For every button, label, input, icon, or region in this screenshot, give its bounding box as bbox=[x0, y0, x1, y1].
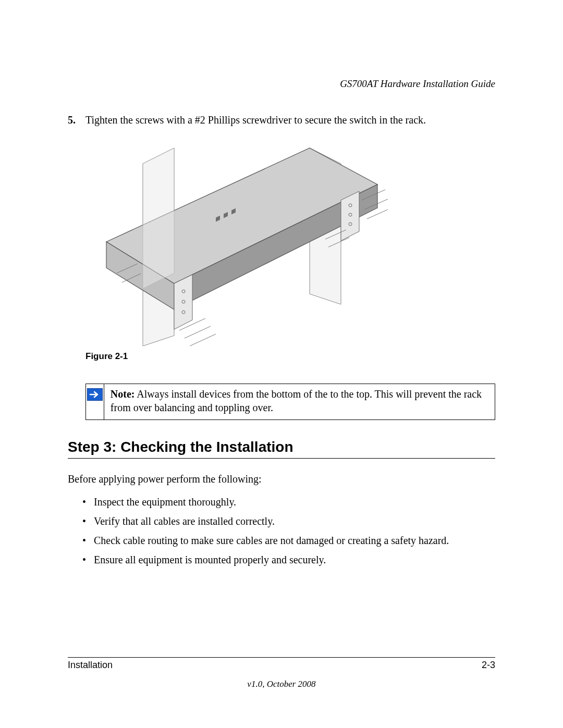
footer-section-name: Installation bbox=[68, 660, 113, 671]
note-box: Note: Always install devices from the bo… bbox=[85, 384, 495, 420]
note-text: Note: Always install devices from the bo… bbox=[104, 384, 495, 419]
svg-marker-5 bbox=[174, 275, 192, 329]
note-body: Always install devices from the bottom o… bbox=[111, 388, 482, 413]
check-list: Inspect the equipment thoroughly. Verify… bbox=[82, 492, 495, 570]
rack-mount-diagram bbox=[85, 138, 388, 346]
note-lead: Note: bbox=[111, 388, 135, 400]
svg-line-17 bbox=[185, 326, 211, 338]
list-item: Inspect the equipment thoroughly. bbox=[82, 492, 495, 512]
footer-page-number: 2-3 bbox=[482, 660, 495, 671]
arrow-right-icon bbox=[87, 388, 103, 401]
list-item: Ensure all equipment is mounted properly… bbox=[82, 550, 495, 570]
section-heading: Step 3: Checking the Installation bbox=[68, 439, 495, 459]
numbered-step: 5. Tighten the screws with a #2 Phillips… bbox=[68, 113, 495, 127]
list-item: Verify that all cables are installed cor… bbox=[82, 512, 495, 531]
footer-version: v1.0, October 2008 bbox=[68, 679, 495, 689]
figure-caption: Figure 2-1 bbox=[85, 351, 495, 362]
document-page: GS700AT Hardware Installation Guide 5. T… bbox=[0, 0, 563, 728]
svg-marker-13 bbox=[143, 148, 174, 289]
page-footer: Installation 2-3 v1.0, October 2008 bbox=[68, 657, 495, 689]
figure-illustration bbox=[85, 138, 495, 348]
step-text: Tighten the screws with a #2 Phillips sc… bbox=[85, 113, 426, 127]
note-icon-cell bbox=[86, 384, 104, 419]
section-intro: Before applying power perform the follow… bbox=[68, 473, 495, 485]
list-item: Check cable routing to make sure cables … bbox=[82, 531, 495, 550]
document-title: GS700AT Hardware Installation Guide bbox=[68, 78, 495, 90]
step-number: 5. bbox=[68, 113, 85, 127]
svg-line-18 bbox=[190, 334, 216, 346]
